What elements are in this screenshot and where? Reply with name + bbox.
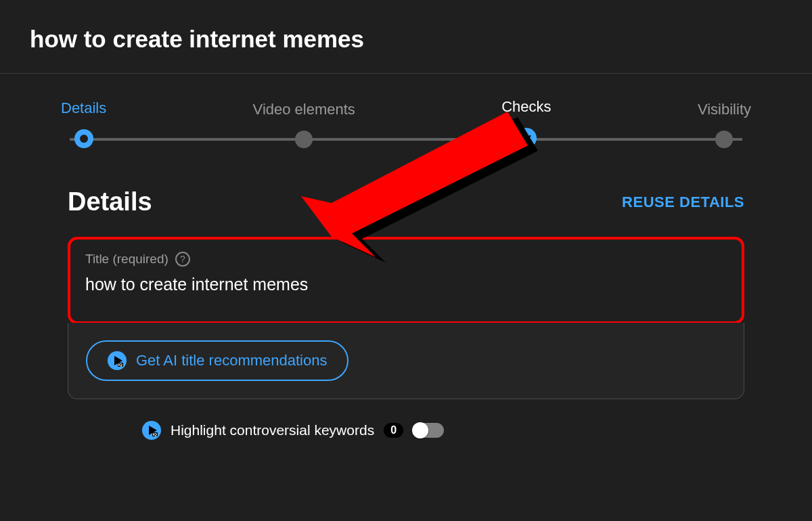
step-node-check-icon [516, 128, 537, 148]
step-node-icon [295, 131, 313, 148]
step-label: Visibility [698, 101, 751, 118]
step-label: Video elements [253, 101, 355, 118]
ai-button-label: Get AI title recommendations [136, 352, 327, 369]
keyword-count-badge: 0 [384, 423, 403, 438]
step-video-elements[interactable]: Video elements [253, 101, 355, 148]
step-visibility[interactable]: Visibility [698, 101, 751, 148]
ai-title-recommendations-button[interactable]: IQ Get AI title recommendations [86, 340, 348, 381]
ai-recommendations-panel: IQ Get AI title recommendations [68, 323, 744, 399]
title-field-label: Title (required) [85, 252, 168, 267]
step-label: Checks [501, 98, 551, 116]
brand-play-icon: IQ [142, 421, 161, 440]
step-node-active-icon [74, 129, 93, 148]
highlight-label: Highlight controversial keywords [171, 422, 374, 438]
step-checks[interactable]: Checks [501, 98, 551, 148]
stepper-connectors [61, 138, 751, 141]
details-header-row: Details REUSE DETAILS [0, 155, 812, 237]
step-label: Details [61, 99, 106, 117]
brand-play-icon: IQ [108, 351, 127, 370]
title-label-row: Title (required) ? [85, 252, 727, 267]
details-heading: Details [68, 187, 152, 217]
help-icon[interactable]: ? [175, 252, 190, 267]
step-details[interactable]: Details [61, 99, 106, 148]
header: how to create internet memes [0, 0, 812, 74]
stepper: Details Video elements Checks Visibility [0, 74, 812, 155]
step-node-icon [715, 131, 733, 148]
title-input[interactable] [85, 275, 727, 294]
title-field-container[interactable]: Title (required) ? [68, 237, 744, 324]
highlight-keywords-row: IQ Highlight controversial keywords 0 [0, 399, 812, 440]
page-title: how to create internet memes [30, 26, 782, 53]
reuse-details-button[interactable]: REUSE DETAILS [622, 194, 744, 211]
highlight-toggle[interactable] [413, 423, 444, 438]
toggle-knob-icon [412, 422, 428, 438]
